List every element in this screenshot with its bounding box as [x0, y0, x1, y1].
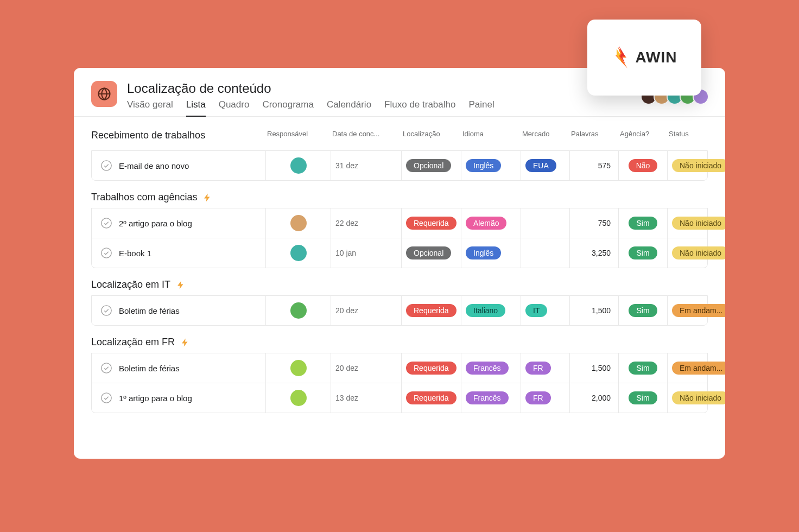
pill-opcional: Opcional [406, 246, 451, 259]
task-row[interactable]: Boletim de férias 20 dez Requerida Itali… [91, 295, 708, 326]
svg-point-3 [102, 248, 111, 258]
pill-alem-o: Alemão [466, 217, 506, 230]
pill-n-o-iniciado: Não iniciado [672, 159, 725, 172]
globe-icon [97, 86, 112, 102]
awin-logo-card: AWIN [587, 20, 701, 96]
section-title[interactable]: Recebimento de trabalhos [91, 130, 205, 141]
pill-ingl-s: Inglês [466, 246, 501, 259]
tab-painel[interactable]: Painel [468, 99, 494, 117]
project-tabs: Visão geralListaQuadroCronogramaCalendár… [127, 99, 708, 117]
complete-task-icon[interactable] [100, 217, 112, 229]
pill-requerida: Requerida [406, 304, 456, 317]
pill-n-o-iniciado: Não iniciado [672, 217, 725, 230]
column-header[interactable]: Responsável [265, 130, 330, 141]
pill-opcional: Opcional [406, 159, 451, 172]
assignee-avatar[interactable] [290, 245, 307, 261]
due-date: 10 jan [335, 249, 356, 257]
word-count: 2,000 [592, 394, 611, 402]
pill-em-andam-: Em andam... [672, 304, 725, 317]
assignee-avatar[interactable] [290, 215, 307, 231]
section: Recebimento de trabalhosResponsávelData … [91, 130, 708, 181]
pill-fr: FR [525, 391, 551, 404]
assignee-avatar[interactable] [290, 390, 307, 406]
column-header[interactable]: Data de conc... [330, 130, 401, 141]
task-name: Boletim de férias [119, 364, 180, 373]
word-count: 750 [598, 219, 611, 227]
task-name: E-mail de ano novo [119, 161, 189, 170]
pill-n-o-iniciado: Não iniciado [672, 391, 725, 404]
pill-requerida: Requerida [406, 391, 456, 404]
pill-sim: Sim [629, 304, 657, 317]
pill-it: IT [525, 304, 547, 317]
pill-sim: Sim [629, 217, 657, 230]
assignee-avatar[interactable] [290, 302, 307, 319]
svg-point-5 [102, 363, 111, 373]
column-header[interactable]: Status [667, 130, 725, 141]
pill-n-o-iniciado: Não iniciado [672, 246, 725, 259]
awin-flame-icon [611, 45, 631, 71]
column-header[interactable]: Mercado [520, 130, 569, 141]
complete-task-icon[interactable] [100, 247, 112, 259]
pill-ingl-s: Inglês [466, 159, 501, 172]
due-date: 20 dez [335, 306, 358, 315]
section-title[interactable]: Localização em FR [91, 337, 175, 348]
section-title[interactable]: Localização em IT [91, 279, 170, 290]
task-row[interactable]: 1º artigo para o blog 13 dez Requerida F… [91, 383, 708, 413]
pill-sim: Sim [629, 246, 657, 259]
tab-lista[interactable]: Lista [186, 99, 206, 117]
column-header[interactable]: Localização [401, 130, 460, 141]
due-date: 13 dez [335, 394, 358, 402]
awin-label: AWIN [635, 49, 677, 66]
task-name: E-book 1 [119, 249, 151, 258]
app-window: Localização de conteúdo Visão geralLista… [74, 68, 725, 459]
assignee-avatar[interactable] [290, 157, 307, 174]
word-count: 3,250 [592, 249, 611, 257]
task-name: Boletim de férias [119, 306, 180, 315]
complete-task-icon[interactable] [100, 392, 112, 404]
task-row[interactable]: 2º artigo para o blog 22 dez Requerida A… [91, 208, 708, 238]
task-row[interactable]: E-book 1 10 jan Opcional Inglês 3,250 Si… [91, 238, 708, 268]
due-date: 22 dez [335, 219, 358, 227]
task-row[interactable]: E-mail de ano novo 31 dez Opcional Inglê… [91, 150, 708, 181]
tab-quadro[interactable]: Quadro [219, 99, 250, 117]
word-count: 1,500 [592, 364, 611, 372]
tab-visão-geral[interactable]: Visão geral [127, 99, 173, 117]
project-icon [91, 81, 117, 107]
svg-point-2 [102, 218, 111, 228]
pill-franc-s: Francês [466, 391, 509, 404]
tab-fluxo-de-trabalho[interactable]: Fluxo de trabalho [384, 99, 455, 117]
column-header[interactable]: Agência? [618, 130, 667, 141]
pill-italiano: Italiano [466, 304, 505, 317]
automation-bolt-icon [176, 280, 186, 290]
task-name: 2º artigo para o blog [119, 219, 192, 228]
pill-eua: EUA [525, 159, 556, 172]
pill-n-o: Não [629, 159, 658, 172]
due-date: 20 dez [335, 364, 358, 372]
automation-bolt-icon [202, 193, 212, 202]
pill-franc-s: Francês [466, 362, 509, 375]
pill-em-andam-: Em andam... [672, 362, 725, 375]
column-header[interactable]: Idioma [460, 130, 520, 141]
svg-point-1 [102, 161, 111, 170]
complete-task-icon[interactable] [100, 305, 112, 316]
pill-fr: FR [525, 362, 551, 375]
task-row[interactable]: Boletim de férias 20 dez Requerida Franc… [91, 353, 708, 383]
column-header[interactable]: Palavras [569, 130, 618, 141]
pill-sim: Sim [629, 362, 657, 375]
word-count: 575 [598, 161, 611, 170]
automation-bolt-icon [180, 338, 190, 347]
word-count: 1,500 [592, 306, 611, 315]
content-area: Recebimento de trabalhosResponsávelData … [74, 117, 725, 441]
assignee-avatar[interactable] [290, 360, 307, 376]
tab-calendário[interactable]: Calendário [327, 99, 371, 117]
complete-task-icon[interactable] [100, 362, 112, 374]
section-title[interactable]: Trabalhos com agências [91, 192, 197, 203]
section: Localização em IT Boletim de férias 20 d… [91, 279, 708, 326]
pill-requerida: Requerida [406, 217, 456, 230]
task-name: 1º artigo para o blog [119, 394, 192, 403]
complete-task-icon[interactable] [100, 160, 112, 172]
svg-point-6 [102, 393, 111, 403]
svg-point-4 [102, 306, 111, 315]
tab-cronograma[interactable]: Cronograma [262, 99, 314, 117]
pill-sim: Sim [629, 391, 657, 404]
